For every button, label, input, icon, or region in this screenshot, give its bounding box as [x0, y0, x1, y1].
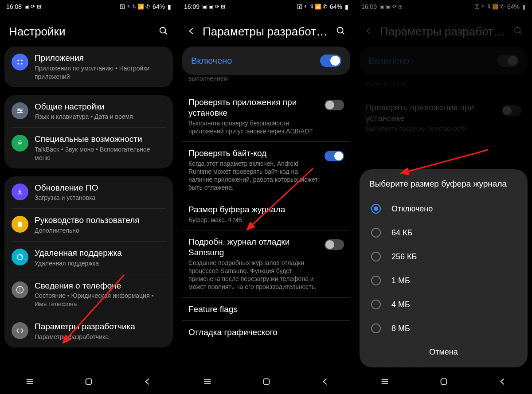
- radio-option[interactable]: 1 МБ: [369, 269, 518, 293]
- settings-row-apps[interactable]: Приложения Приложения по умолчанию • Нас…: [4, 47, 173, 87]
- row-sub: Параметры разработчика: [35, 333, 166, 341]
- svg-point-3: [21, 59, 23, 61]
- nav-home[interactable]: [84, 377, 94, 388]
- dev-row-samsung-log[interactable]: Подробн. журнал отладки Samsung Создание…: [182, 230, 350, 297]
- search-button[interactable]: [336, 26, 346, 38]
- radio-icon: [371, 324, 381, 333]
- row-title: Проверять приложения при установке: [188, 97, 319, 118]
- row-title: Общие настройки: [35, 101, 166, 112]
- dev-row-gpu-debug[interactable]: Отладка графического: [182, 320, 350, 344]
- settings-row-developer[interactable]: Параметры разработчика Параметры разрабо…: [12, 315, 166, 347]
- svg-point-11: [19, 112, 20, 113]
- radio-option[interactable]: 4 МБ: [369, 293, 518, 316]
- enabled-toggle[interactable]: [320, 55, 341, 67]
- row-sub: Язык и клавиатура • Дата и время: [35, 113, 166, 121]
- row-title: Проверять приложения при установке: [366, 102, 497, 124]
- clipped-text: выполнением: [355, 80, 532, 90]
- radio-label: 256 КБ: [391, 252, 417, 261]
- general-icon: [12, 102, 28, 119]
- svg-point-0: [160, 27, 166, 33]
- back-button[interactable]: [187, 26, 196, 38]
- radio-label: 1 МБ: [391, 276, 410, 285]
- row-sub: Буфер: макс. 4 МБ: [188, 216, 344, 224]
- page-title: Настройки: [9, 25, 153, 39]
- nav-recent[interactable]: [380, 377, 390, 388]
- status-battery: 64%: [153, 3, 165, 10]
- svg-point-5: [21, 63, 23, 65]
- accessibility-icon: [12, 135, 28, 152]
- svg-rect-16: [20, 289, 20, 292]
- settings-row-general[interactable]: Общие настройки Язык и клавиатура • Дата…: [4, 95, 173, 128]
- nav-recent[interactable]: [203, 377, 212, 388]
- row-title: Руководство пользователя: [35, 215, 166, 226]
- svg-rect-21: [86, 379, 92, 385]
- dev-row-log-buffer[interactable]: Размер буфера журнала Буфер: макс. 4 МБ: [182, 198, 350, 230]
- dev-row-verify-apps: Проверять приложения при установке Выпол…: [360, 96, 528, 139]
- toggle-verify-apps[interactable]: [325, 100, 344, 110]
- header: Параметры разработчи…: [178, 13, 355, 47]
- dev-row-verify-bytecode[interactable]: Проверять байт-код Когда этот параметр в…: [182, 141, 350, 198]
- settings-card-apps: Приложения Приложения по умолчанию • Нас…: [4, 47, 173, 87]
- buffer-size-sheet: Выберите размер буфера журнала Отключено…: [360, 169, 528, 367]
- radio-label: 4 МБ: [391, 300, 410, 309]
- dev-row-verify-apps[interactable]: Проверять приложения при установке Выпол…: [182, 91, 350, 141]
- settings-row-accessibility[interactable]: Специальные возможности TalkBack • Звук …: [12, 127, 166, 168]
- nav-back[interactable]: [143, 377, 153, 388]
- sheet-title: Выберите размер буфера журнала: [369, 179, 518, 189]
- status-left-icons: ▣ ▣ ⟳ ⊞: [379, 4, 403, 10]
- status-time: 16:09: [184, 3, 200, 10]
- status-battery: 64%: [507, 3, 520, 10]
- nav-home[interactable]: [262, 377, 271, 388]
- row-title: Подробн. журнал отладки Samsung: [188, 237, 319, 258]
- screen-settings: 16:08 ▣ ⟳ ⊞ ⚿ ᯤ ⇅ 📶 ✆ 64% ▮ Настройки Пр…: [0, 0, 177, 394]
- nav-back[interactable]: [321, 377, 330, 388]
- battery-icon: ▮: [522, 3, 526, 10]
- apps-icon: [12, 54, 28, 70]
- row-sub: Когда этот параметр включен, Android Run…: [188, 160, 319, 192]
- status-left-icons: ▣ ▣ ⟳ ⊞: [202, 4, 225, 10]
- search-button: [513, 26, 523, 38]
- search-button[interactable]: [159, 26, 168, 38]
- enabled-label: Включено: [191, 56, 232, 66]
- remote-icon: [12, 249, 28, 265]
- nav-bar: [178, 373, 355, 394]
- radio-option[interactable]: 8 МБ: [369, 316, 518, 340]
- svg-point-10: [20, 110, 21, 111]
- status-right-icons: ⚿ ᯤ ⇅ 📶 ✆: [120, 4, 150, 10]
- nav-home[interactable]: [439, 377, 449, 388]
- status-right-icons: ⚿ ᯤ ⇅ 📶 ✆: [474, 4, 505, 10]
- toggle-samsung-log[interactable]: [325, 239, 344, 250]
- header: Настройки: [0, 13, 177, 47]
- nav-recent[interactable]: [25, 377, 35, 388]
- nav-back[interactable]: [498, 377, 508, 388]
- row-sub: Состояние • Юридическая информация • Имя…: [35, 292, 166, 308]
- dev-row-feature-flags[interactable]: Feature flags: [182, 297, 350, 321]
- screen-buffer-dialog: 16:09 ▣ ▣ ⟳ ⊞ ⚿ ᯤ ⇅ 📶 ✆ 64% ▮ Параметры …: [355, 0, 532, 394]
- status-bar: 16:09 ▣ ▣ ⟳ ⊞ ⚿ ᯤ ⇅ 📶 ✆ 64% ▮: [178, 0, 355, 13]
- settings-row-remote[interactable]: Удаленная поддержка Удаленная поддержка: [12, 241, 166, 274]
- row-title: Обновление ПО: [35, 183, 166, 193]
- svg-point-15: [20, 288, 20, 289]
- radio-option[interactable]: 256 КБ: [369, 245, 518, 269]
- back-button: [364, 26, 374, 38]
- radio-option[interactable]: 64 КБ: [369, 221, 518, 245]
- enabled-card[interactable]: Включено: [182, 47, 350, 75]
- svg-point-22: [337, 27, 343, 33]
- radio-option[interactable]: Отключено: [369, 197, 518, 221]
- page-title: Параметры разработчи…: [380, 25, 507, 39]
- radio-icon: [371, 252, 381, 261]
- settings-row-manual[interactable]: Руководство пользователя Дополнительно: [12, 208, 166, 241]
- row-title: Сведения о телефоне: [35, 281, 166, 291]
- toggle-verify-bytecode[interactable]: [325, 151, 344, 161]
- settings-row-update[interactable]: Обновление ПО Загрузка и установка: [4, 176, 173, 209]
- toggle: [502, 105, 521, 116]
- settings-card-general: Общие настройки Язык и клавиатура • Дата…: [4, 95, 173, 168]
- enabled-card: Включено: [360, 47, 528, 75]
- screen-dev-options: 16:09 ▣ ▣ ⟳ ⊞ ⚿ ᯤ ⇅ 📶 ✆ 64% ▮ Параметры …: [177, 0, 355, 394]
- settings-row-about[interactable]: Сведения о телефоне Состояние • Юридичес…: [12, 274, 166, 315]
- settings-card-system: Обновление ПО Загрузка и установка Руков…: [4, 176, 173, 347]
- row-title: Специальные возможности: [35, 134, 166, 144]
- cancel-button[interactable]: Отмена: [369, 340, 518, 359]
- radio-icon: [371, 300, 381, 309]
- row-sub: Приложения по умолчанию • Настройки прил…: [35, 64, 166, 81]
